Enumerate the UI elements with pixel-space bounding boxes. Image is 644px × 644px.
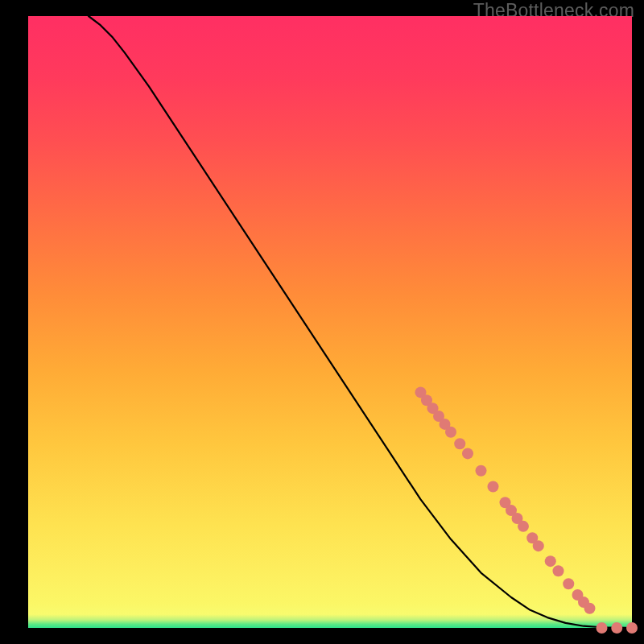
curve-marker-dot [626, 622, 638, 634]
curve-marker-dot [518, 521, 529, 532]
curve-layer [89, 16, 632, 628]
curve-marker-dot [445, 427, 456, 438]
curve-marker-dot [462, 448, 473, 459]
curve-marker-dot [563, 578, 574, 589]
curve-marker-dot [553, 565, 564, 576]
chart-svg [28, 16, 632, 628]
curve-marker-dot [488, 481, 499, 492]
marker-layer [415, 386, 638, 634]
chart-frame [28, 16, 632, 628]
curve-marker-dot [611, 622, 622, 634]
curve-marker-dot [476, 465, 487, 477]
curve-marker-dot [597, 622, 608, 634]
bottleneck-curve [89, 16, 632, 628]
curve-marker-dot [545, 555, 556, 567]
curve-marker-dot [454, 438, 465, 449]
curve-marker-dot [533, 540, 544, 551]
curve-marker-dot [584, 603, 596, 614]
